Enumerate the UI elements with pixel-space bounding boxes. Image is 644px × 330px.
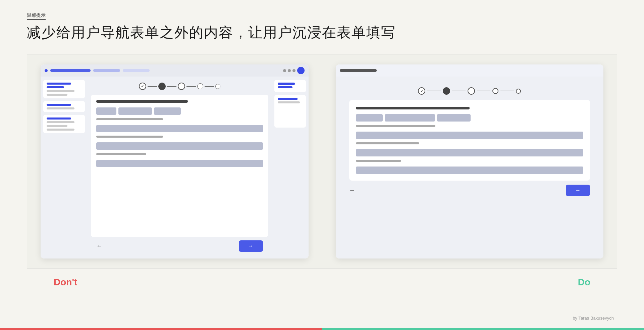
dont-label: Don't: [54, 277, 77, 288]
step-1: [139, 83, 146, 90]
step-line: [148, 86, 157, 87]
r-form-field-full-3[interactable]: [356, 167, 584, 174]
step-line: [167, 86, 176, 87]
left-panel-content: ← →: [41, 77, 309, 258]
right-browser-bar: [336, 64, 604, 77]
r-form-field[interactable]: [437, 114, 471, 122]
r-form-field[interactable]: [385, 114, 435, 122]
action-dot-1: [283, 69, 286, 72]
tip-label: 温馨提示: [27, 12, 46, 20]
left-browser-main: ← →: [88, 77, 272, 258]
right-sidebar: [272, 77, 309, 258]
left-form-card: [91, 95, 268, 237]
label-row: Don't Do: [27, 272, 617, 288]
form-field-full-2[interactable]: [96, 142, 263, 150]
r-step-5: [516, 89, 521, 94]
do-bar: [322, 328, 644, 330]
action-dot-3: [292, 69, 296, 72]
right-browser-window: ← →: [336, 64, 604, 258]
action-icon: [297, 67, 305, 74]
rs-line: [278, 83, 295, 85]
action-dot-2: [288, 69, 291, 72]
r-form-field[interactable]: [356, 114, 383, 122]
r-step-2: [443, 87, 450, 95]
left-nav-buttons: ← →: [91, 237, 268, 255]
form-row-1: [96, 107, 263, 115]
right-stepper: [349, 83, 590, 100]
right-nav-buttons: ← →: [349, 181, 590, 200]
step-2: [158, 83, 166, 90]
step-3: [178, 83, 185, 90]
r-form-row-1: [356, 114, 584, 122]
back-button[interactable]: ←: [96, 243, 102, 250]
step-line: [186, 86, 196, 87]
comparison-container: ← →: [27, 54, 617, 269]
form-label-1: [96, 118, 163, 120]
page-container: 温馨提示 减少给用户导航表单之外的内容，让用户沉浸在表单填写: [0, 0, 644, 330]
do-label: Do: [578, 277, 590, 288]
r-next-button[interactable]: →: [566, 185, 590, 196]
dont-bar: [0, 328, 322, 330]
favicon-icon: [45, 69, 48, 72]
rs-line: [278, 101, 300, 103]
r-form-label-1: [356, 125, 435, 127]
form-field[interactable]: [154, 107, 181, 115]
left-browser-content: ← →: [41, 77, 309, 258]
form-field-full-3[interactable]: [96, 160, 263, 167]
left-browser-bar: [41, 64, 309, 77]
url-block-3: [123, 69, 150, 72]
sb-line: [47, 129, 74, 131]
right-form-card: [349, 100, 590, 181]
r-step-3: [468, 87, 475, 95]
url-block-1: [50, 69, 91, 72]
form-label-2: [96, 136, 163, 138]
left-panel: ← →: [27, 54, 322, 269]
bottom-bar: [0, 328, 644, 330]
form-title: [96, 100, 188, 103]
r-step-line: [427, 91, 441, 91]
left-stepper: [91, 80, 268, 93]
rs-line: [278, 86, 292, 88]
step-5: [215, 84, 220, 89]
sb-line: [47, 104, 71, 106]
url-area: [45, 69, 281, 72]
form-label-3: [96, 153, 146, 155]
sb-line: [47, 94, 67, 96]
r-form-field-full-2[interactable]: [356, 149, 584, 156]
rs-image: [278, 105, 303, 125]
form-field[interactable]: [118, 107, 152, 115]
left-sidebar: [41, 77, 88, 258]
form-field-full-1[interactable]: [96, 125, 263, 132]
r-form-field-full-1[interactable]: [356, 132, 584, 139]
r-form-label-2: [356, 142, 420, 144]
form-field[interactable]: [96, 107, 116, 115]
r-form-title: [356, 107, 470, 109]
right-panel: ← →: [322, 54, 617, 269]
r-step-line: [477, 91, 490, 91]
r-back-button[interactable]: ←: [349, 187, 355, 194]
url-block-2: [93, 69, 120, 72]
r-step-line: [500, 91, 514, 91]
step-line: [205, 86, 214, 87]
step-4: [197, 83, 203, 89]
sb-line: [47, 125, 67, 127]
r-step-1: [418, 87, 425, 95]
rs-block-2: [274, 95, 306, 128]
right-browser-content: ← →: [336, 77, 604, 258]
credit-text: by Taras Bakusevych: [573, 316, 614, 321]
browser-actions: [283, 67, 305, 74]
sb-line: [47, 86, 64, 88]
sidebar-block-2: [43, 101, 85, 112]
sb-line: [47, 121, 74, 123]
rs-line: [278, 98, 298, 100]
main-title: 减少给用户导航表单之外的内容，让用户沉浸在表单填写: [27, 23, 617, 42]
rs-block-1: [274, 80, 306, 92]
address-bar: [340, 69, 377, 72]
next-button[interactable]: →: [239, 240, 263, 252]
left-browser-window: ← →: [41, 64, 309, 258]
sb-line: [47, 117, 71, 120]
r-step-line: [452, 91, 466, 91]
sb-line: [47, 107, 74, 109]
r-form-label-3: [356, 160, 401, 162]
sb-line: [47, 90, 74, 92]
